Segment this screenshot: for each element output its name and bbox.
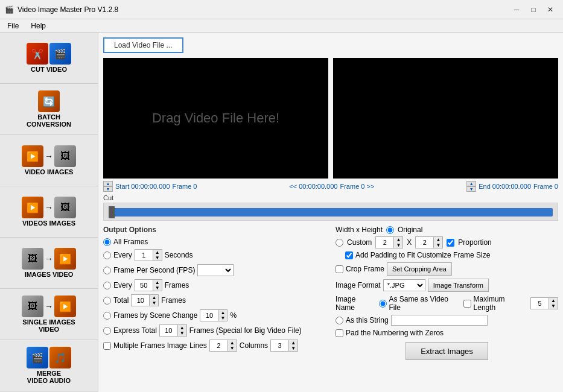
all-frames-radio[interactable] bbox=[103, 238, 111, 246]
lines-up[interactable]: ▲ bbox=[228, 340, 237, 346]
set-cropping-button[interactable]: Set Cropping Area bbox=[387, 262, 452, 276]
express-down[interactable]: ▼ bbox=[178, 330, 186, 336]
start-time-section: ▲ ▼ Start 00:00:00.000 Frame 0 bbox=[103, 181, 197, 192]
express-up[interactable]: ▲ bbox=[178, 325, 186, 330]
every-frames-input[interactable] bbox=[135, 280, 153, 291]
middle-time-section: << 00:00:00.000 Frame 0 >> bbox=[289, 183, 374, 190]
minimize-button[interactable]: ─ bbox=[509, 4, 524, 16]
menu-file[interactable]: File bbox=[2, 21, 24, 31]
lines-input[interactable] bbox=[210, 340, 228, 351]
extract-row: Extract Images bbox=[336, 342, 558, 360]
max-length-up[interactable]: ▲ bbox=[549, 298, 558, 303]
scene-radio[interactable] bbox=[103, 312, 111, 320]
custom-h-spinbox[interactable]: ▲ ▼ bbox=[415, 236, 443, 248]
custom-h-down[interactable]: ▼ bbox=[434, 242, 442, 248]
sidebar-item-video-images[interactable]: ▶️ → 🖼 VIDEO IMAGES bbox=[0, 135, 98, 186]
maximize-button[interactable]: □ bbox=[526, 4, 541, 16]
custom-h-input[interactable] bbox=[416, 237, 434, 248]
crop-frame-checkbox[interactable] bbox=[336, 265, 343, 273]
every-frames-down[interactable]: ▼ bbox=[153, 285, 162, 291]
fps-radio[interactable] bbox=[103, 267, 111, 274]
as-video-file-radio[interactable] bbox=[379, 300, 387, 308]
video-panel-preview bbox=[333, 58, 558, 179]
scene-up[interactable]: ▲ bbox=[218, 310, 227, 315]
multi-frames-checkbox[interactable] bbox=[103, 342, 111, 350]
add-padding-checkbox[interactable] bbox=[345, 251, 353, 259]
fps-dropdown[interactable] bbox=[197, 264, 234, 276]
start-label: Start 00:00:00.000 bbox=[115, 183, 170, 190]
sidebar-item-merge-label: MERGEVIDEO AUDIO bbox=[27, 370, 71, 384]
total-arrows: ▲ ▼ bbox=[150, 295, 158, 306]
express-spinbox[interactable]: ▲ ▼ bbox=[159, 324, 187, 337]
string-input[interactable] bbox=[391, 315, 488, 326]
sidebar-item-images-video[interactable]: 🖼 → ▶️ IMAGES VIDEO bbox=[0, 238, 98, 289]
add-padding-label: Add Padding to Fit Customize Frame Size bbox=[355, 251, 490, 259]
express-input[interactable] bbox=[160, 325, 178, 336]
merge-vid-icon: 🎬 bbox=[27, 347, 48, 368]
lines-down[interactable]: ▼ bbox=[228, 346, 237, 351]
scene-change-row: Frames by Scene Change ▲ ▼ % bbox=[103, 309, 326, 321]
titlebar-left: 🎬 Video Image Master Pro V1.2.8 bbox=[5, 5, 118, 14]
app-icon: 🎬 bbox=[5, 5, 14, 14]
lines-spinbox[interactable]: ▲ ▼ bbox=[209, 340, 237, 352]
every-seconds-down[interactable]: ▼ bbox=[153, 255, 162, 261]
pad-zeros-checkbox[interactable] bbox=[336, 329, 343, 337]
videos-icon: ▶️ bbox=[22, 197, 43, 218]
image-transform-button[interactable]: Image Transform bbox=[428, 279, 489, 292]
max-length-spinbox[interactable]: ▲ ▼ bbox=[530, 297, 558, 309]
start-spin-up[interactable]: ▲ bbox=[103, 181, 113, 186]
total-down[interactable]: ▼ bbox=[150, 300, 158, 306]
columns-input[interactable] bbox=[271, 340, 289, 351]
every-seconds-up[interactable]: ▲ bbox=[153, 250, 162, 255]
sidebar-item-batch-conversion[interactable]: 🔄 BATCHCONVERSION bbox=[0, 84, 98, 135]
every-seconds-input[interactable] bbox=[135, 250, 153, 261]
custom-radio[interactable] bbox=[336, 239, 343, 247]
every-seconds-radio[interactable] bbox=[103, 251, 111, 259]
max-length-checkbox[interactable] bbox=[463, 300, 471, 308]
total-spinbox[interactable]: ▲ ▼ bbox=[131, 294, 159, 306]
load-video-button[interactable]: Load Video File ... bbox=[103, 37, 183, 53]
every-frames-up[interactable]: ▲ bbox=[153, 280, 162, 285]
sidebar-item-single-images[interactable]: 🖼 → ▶️ SINGLE IMAGESVIDEO bbox=[0, 289, 98, 340]
sidebar-item-merge[interactable]: 🎬 🎵 MERGEVIDEO AUDIO bbox=[0, 340, 98, 391]
start-spin-down[interactable]: ▼ bbox=[103, 186, 113, 192]
proportion-checkbox[interactable] bbox=[447, 239, 454, 247]
scene-down[interactable]: ▼ bbox=[218, 315, 227, 321]
extract-images-button[interactable]: Extract Images bbox=[406, 342, 488, 360]
menu-help[interactable]: Help bbox=[26, 21, 51, 31]
original-label: Original bbox=[398, 226, 422, 234]
express-radio[interactable] bbox=[103, 327, 111, 335]
total-input[interactable] bbox=[132, 295, 150, 306]
columns-down[interactable]: ▼ bbox=[289, 346, 297, 351]
end-spinbox[interactable]: ▲ ▼ bbox=[466, 181, 476, 192]
custom-w-input[interactable] bbox=[376, 237, 394, 248]
custom-h-up[interactable]: ▲ bbox=[434, 237, 442, 242]
timeline[interactable] bbox=[103, 203, 558, 221]
custom-w-down[interactable]: ▼ bbox=[394, 242, 402, 248]
as-string-radio[interactable] bbox=[336, 317, 343, 324]
sidebar-item-cut-video[interactable]: ✂️ 🎬 CUT VIDEO bbox=[0, 33, 98, 84]
scene-spinbox[interactable]: ▲ ▼ bbox=[200, 309, 227, 321]
max-length-input[interactable] bbox=[531, 298, 549, 309]
original-radio[interactable] bbox=[386, 226, 394, 234]
every-seconds-spinbox[interactable]: ▲ ▼ bbox=[135, 249, 162, 261]
total-radio[interactable] bbox=[103, 297, 111, 305]
columns-up[interactable]: ▲ bbox=[289, 340, 297, 346]
sidebar-item-videos-images[interactable]: ▶️ → 🖼 VIDEOS IMAGES bbox=[0, 186, 98, 238]
max-length-down[interactable]: ▼ bbox=[549, 303, 558, 309]
start-spinbox[interactable]: ▲ ▼ bbox=[103, 181, 113, 192]
end-spin-up[interactable]: ▲ bbox=[466, 181, 476, 186]
custom-w-up[interactable]: ▲ bbox=[394, 237, 402, 242]
custom-w-spinbox[interactable]: ▲ ▼ bbox=[375, 236, 403, 248]
total-up[interactable]: ▲ bbox=[150, 295, 158, 300]
columns-spinbox[interactable]: ▲ ▼ bbox=[270, 340, 298, 352]
scene-input[interactable] bbox=[200, 310, 218, 321]
every-frames-radio[interactable] bbox=[103, 282, 111, 289]
menubar: File Help bbox=[0, 19, 563, 33]
video-icon-1: 🎬 bbox=[49, 43, 71, 65]
end-spin-down[interactable]: ▼ bbox=[466, 186, 476, 192]
close-button[interactable]: ✕ bbox=[542, 4, 558, 16]
every-frames-spinbox[interactable]: ▲ ▼ bbox=[135, 279, 162, 291]
timeline-thumb[interactable] bbox=[109, 206, 115, 218]
image-format-dropdown[interactable]: *.JPG *.PNG *.BMP bbox=[383, 279, 425, 291]
